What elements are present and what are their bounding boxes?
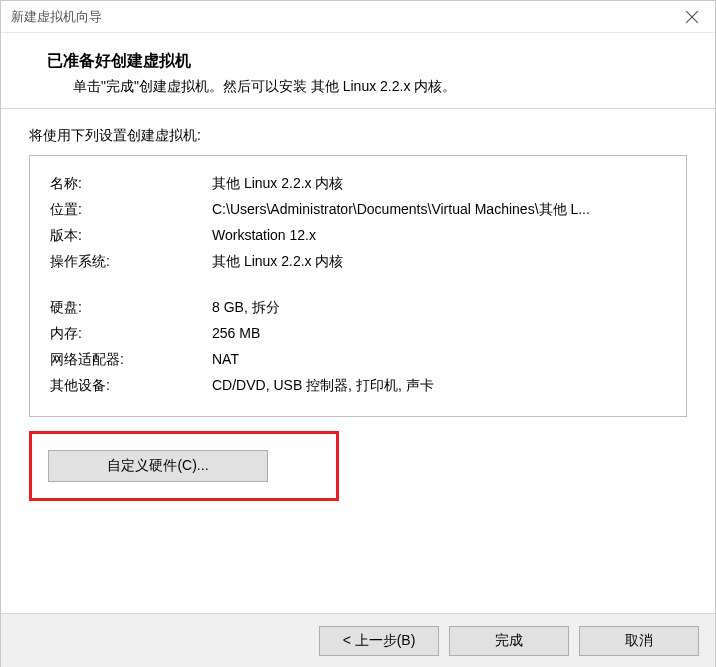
spacer-row <box>50 276 666 294</box>
table-row: 内存: 256 MB <box>50 322 666 346</box>
content-area: 将使用下列设置创建虚拟机: 名称: 其他 Linux 2.2.x 内核 位置: … <box>1 109 715 511</box>
os-value: 其他 Linux 2.2.x 内核 <box>212 250 666 274</box>
memory-label: 内存: <box>50 322 210 346</box>
os-label: 操作系统: <box>50 250 210 274</box>
other-devices-label: 其他设备: <box>50 374 210 398</box>
other-devices-value: CD/DVD, USB 控制器, 打印机, 声卡 <box>212 374 666 398</box>
table-row: 名称: 其他 Linux 2.2.x 内核 <box>50 172 666 196</box>
name-label: 名称: <box>50 172 210 196</box>
cancel-button[interactable]: 取消 <box>579 626 699 656</box>
version-label: 版本: <box>50 224 210 248</box>
network-value: NAT <box>212 348 666 372</box>
close-icon <box>686 11 698 23</box>
location-value: C:\Users\Administrator\Documents\Virtual… <box>212 198 666 222</box>
settings-summary-box: 名称: 其他 Linux 2.2.x 内核 位置: C:\Users\Admin… <box>29 155 687 417</box>
header-subtitle: 单击"完成"创建虚拟机。然后可以安装 其他 Linux 2.2.x 内核。 <box>73 78 683 96</box>
wizard-header: 已准备好创建虚拟机 单击"完成"创建虚拟机。然后可以安装 其他 Linux 2.… <box>1 33 715 109</box>
table-row: 位置: C:\Users\Administrator\Documents\Vir… <box>50 198 666 222</box>
memory-value: 256 MB <box>212 322 666 346</box>
table-row: 网络适配器: NAT <box>50 348 666 372</box>
settings-table: 名称: 其他 Linux 2.2.x 内核 位置: C:\Users\Admin… <box>48 170 668 400</box>
table-row: 硬盘: 8 GB, 拆分 <box>50 296 666 320</box>
back-button[interactable]: < 上一步(B) <box>319 626 439 656</box>
disk-value: 8 GB, 拆分 <box>212 296 666 320</box>
finish-button[interactable]: 完成 <box>449 626 569 656</box>
customize-hardware-button[interactable]: 自定义硬件(C)... <box>48 450 268 482</box>
table-row: 版本: Workstation 12.x <box>50 224 666 248</box>
wizard-footer: < 上一步(B) 完成 取消 <box>1 613 715 667</box>
intro-text: 将使用下列设置创建虚拟机: <box>29 127 687 145</box>
close-button[interactable] <box>669 1 715 33</box>
network-label: 网络适配器: <box>50 348 210 372</box>
table-row: 其他设备: CD/DVD, USB 控制器, 打印机, 声卡 <box>50 374 666 398</box>
highlight-annotation: 自定义硬件(C)... <box>29 431 339 501</box>
location-label: 位置: <box>50 198 210 222</box>
table-row: 操作系统: 其他 Linux 2.2.x 内核 <box>50 250 666 274</box>
name-value: 其他 Linux 2.2.x 内核 <box>212 172 666 196</box>
window-title: 新建虚拟机向导 <box>11 8 102 26</box>
version-value: Workstation 12.x <box>212 224 666 248</box>
titlebar: 新建虚拟机向导 <box>1 1 715 33</box>
disk-label: 硬盘: <box>50 296 210 320</box>
header-title: 已准备好创建虚拟机 <box>47 51 683 72</box>
